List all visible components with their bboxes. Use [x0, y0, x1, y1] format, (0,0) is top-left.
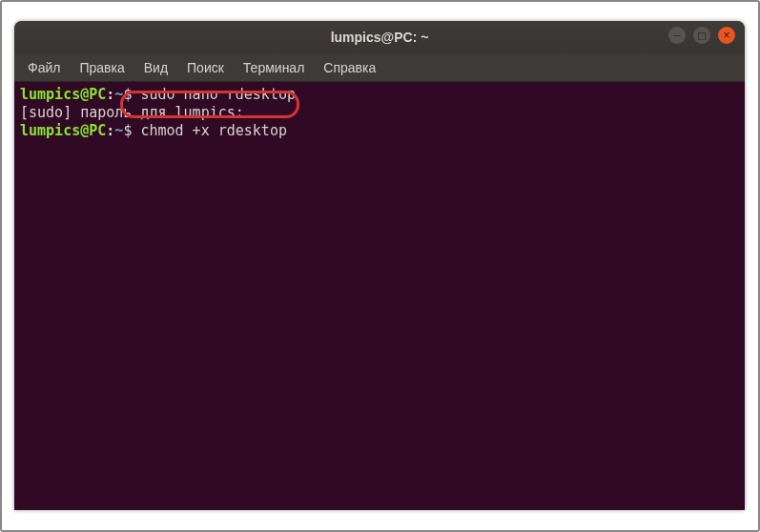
menu-terminal[interactable]: Терминал	[234, 56, 314, 79]
prompt-colon: :	[106, 122, 114, 139]
output-text: [sudo] пароль для lumpics:	[20, 104, 244, 121]
command-text: chmod +x rdesktop	[140, 122, 287, 139]
terminal-body[interactable]: lumpics@PC:~$ sudo nano rdesktop [sudo] …	[14, 82, 745, 510]
prompt-dollar: $	[123, 122, 140, 139]
prompt-user: lumpics@PC	[20, 86, 106, 103]
menu-edit[interactable]: Правка	[70, 56, 134, 79]
prompt-user: lumpics@PC	[20, 122, 106, 139]
minimize-button[interactable]: –	[668, 27, 686, 44]
close-icon: ×	[723, 29, 729, 42]
minimize-icon: –	[674, 29, 681, 42]
menu-file[interactable]: Файл	[18, 56, 70, 79]
terminal-line: lumpics@PC:~$ chmod +x rdesktop	[20, 122, 739, 140]
terminal-line: lumpics@PC:~$ sudo nano rdesktop	[20, 86, 739, 104]
titlebar: lumpics@PC: ~ – ◻ ×	[14, 21, 745, 53]
window-title: lumpics@PC: ~	[331, 30, 429, 45]
menu-search[interactable]: Поиск	[177, 56, 234, 79]
window-controls: – ◻ ×	[668, 27, 735, 44]
terminal-line: [sudo] пароль для lumpics:	[20, 104, 739, 122]
menubar: Файл Правка Вид Поиск Терминал Справка	[14, 53, 745, 82]
menu-help[interactable]: Справка	[314, 56, 385, 79]
terminal-window: lumpics@PC: ~ – ◻ × Файл Правка Вид Поис…	[14, 21, 745, 510]
close-button[interactable]: ×	[718, 27, 735, 44]
prompt-colon: :	[106, 86, 114, 103]
prompt-dollar: $	[123, 86, 140, 103]
maximize-button[interactable]: ◻	[693, 27, 710, 44]
menu-view[interactable]: Вид	[134, 56, 177, 79]
maximize-icon: ◻	[697, 29, 707, 42]
command-text: sudo nano rdesktop	[140, 86, 296, 103]
